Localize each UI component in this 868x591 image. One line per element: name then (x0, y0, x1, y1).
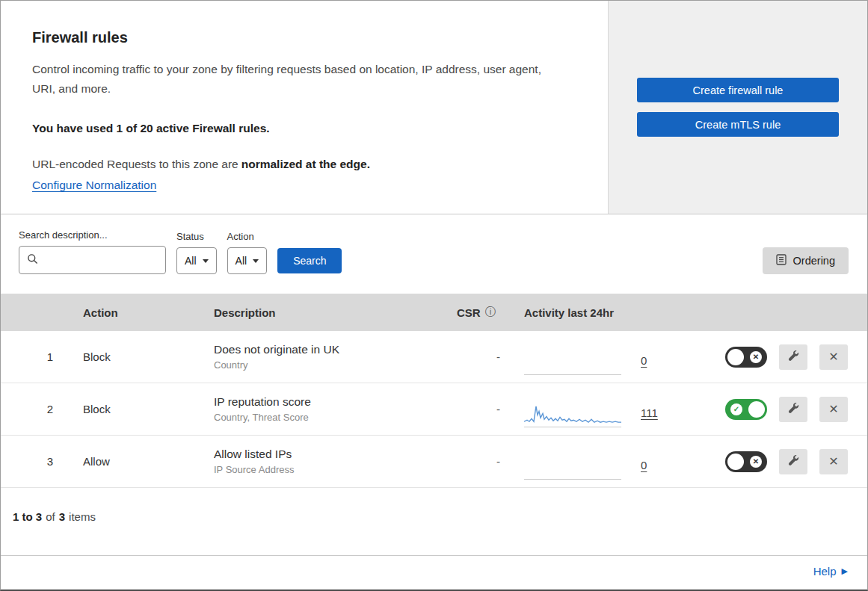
firewall-rules-page: Firewall rules Control incoming traffic … (0, 0, 868, 591)
ordering-icon (776, 254, 787, 267)
activity-cell: 0 (509, 444, 722, 480)
search-description-label: Search description... (19, 229, 166, 241)
activity-count[interactable]: 0 (641, 459, 647, 471)
ordering-button[interactable]: Ordering (763, 247, 849, 274)
rule-action: Block (68, 403, 199, 415)
help-bar: Help ▶ (1, 555, 867, 590)
activity-cell: 111 (509, 392, 722, 427)
status-select-value: All (185, 255, 197, 267)
activity-sparkline (524, 400, 621, 427)
row-number: 1 (1, 350, 68, 363)
status-select[interactable]: All (176, 247, 217, 274)
toggle-knob (748, 401, 765, 418)
ordering-button-label: Ordering (793, 255, 835, 267)
rule-description: Allow listed IPs (214, 448, 442, 461)
rule-controls: ✓ ✕ ✕ (722, 344, 867, 370)
help-label: Help (813, 565, 837, 578)
help-arrow-icon: ▶ (842, 566, 848, 576)
delete-rule-button[interactable]: ✕ (819, 344, 848, 370)
rule-criteria: IP Source Address (214, 464, 442, 475)
rule-controls: ✓ ✕ ✕ (722, 397, 867, 422)
normalization-bold: normalized at the edge. (241, 158, 370, 170)
rule-description: IP reputation score (214, 395, 442, 409)
normalization-note: URL-encoded Requests to this zone arenor… (32, 158, 578, 171)
filter-bar: Search description... Status All Action … (1, 214, 867, 294)
cross-icon: ✕ (750, 456, 762, 468)
help-link[interactable]: Help ▶ (813, 565, 848, 578)
close-icon: ✕ (828, 402, 838, 416)
table-header: Action Description CSR ⓘ Activity last 2… (1, 294, 867, 331)
wrench-icon (787, 350, 799, 365)
search-filter-group: Search description... (19, 229, 166, 274)
column-activity: Activity last 24hr (509, 306, 722, 319)
action-select-value: All (236, 255, 247, 267)
info-icon[interactable]: ⓘ (485, 306, 496, 319)
action-select[interactable]: All (227, 247, 268, 274)
actions-panel: Create firewall rule Create mTLS rule (608, 1, 867, 214)
row-number: 2 (1, 403, 68, 415)
wrench-icon (787, 402, 799, 417)
toggle-knob (727, 454, 744, 470)
chevron-down-icon (203, 259, 209, 263)
create-mtls-rule-button[interactable]: Create mTLS rule (637, 112, 839, 137)
search-button[interactable]: Search (277, 248, 342, 273)
rule-toggle[interactable]: ✓ ✕ (725, 399, 767, 420)
rule-description: Does not originate in UK (214, 343, 442, 356)
column-action: Action (68, 306, 199, 319)
configure-rule-button[interactable] (779, 397, 807, 422)
configure-normalization-link[interactable]: Configure Normalization (32, 179, 156, 191)
rule-description-cell: IP reputation score Country, Threat Scor… (199, 395, 442, 423)
csr-value: - (442, 350, 509, 363)
column-description: Description (199, 306, 442, 319)
action-filter-group: Action All (227, 231, 268, 274)
activity-sparkline (524, 348, 621, 375)
activity-count[interactable]: 111 (641, 406, 658, 419)
page-title: Firewall rules (32, 29, 578, 46)
row-number: 3 (1, 455, 68, 468)
rule-criteria: Country (214, 359, 442, 371)
search-icon (27, 253, 38, 267)
rule-toggle[interactable]: ✓ ✕ (725, 451, 767, 472)
items-range: 1 to 3 (13, 510, 42, 523)
rule-description-cell: Allow listed IPs IP Source Address (199, 448, 442, 475)
rule-toggle[interactable]: ✓ ✕ (725, 347, 767, 368)
column-csr: CSR ⓘ (442, 306, 509, 319)
usage-summary: You have used 1 of 20 active Firewall ru… (32, 122, 578, 135)
intro-section: Firewall rules Control incoming traffic … (1, 1, 867, 214)
rule-action: Allow (68, 455, 199, 468)
csr-value: - (442, 403, 509, 415)
delete-rule-button[interactable]: ✕ (819, 449, 848, 474)
items-label: items (69, 510, 96, 523)
table-row: 1 Block Does not originate in UK Country… (1, 331, 867, 383)
activity-count[interactable]: 0 (641, 354, 647, 367)
search-input-box[interactable] (19, 246, 166, 274)
configure-rule-button[interactable] (779, 449, 807, 474)
activity-cell: 0 (509, 339, 722, 375)
status-filter-group: Status All (176, 231, 217, 274)
table-row: 3 Allow Allow listed IPs IP Source Addre… (1, 436, 867, 488)
items-of: of (46, 510, 55, 523)
action-label: Action (227, 231, 268, 242)
delete-rule-button[interactable]: ✕ (819, 397, 848, 422)
configure-rule-button[interactable] (779, 344, 807, 370)
wrench-icon (787, 454, 799, 469)
activity-sparkline (524, 453, 621, 480)
toggle-knob (727, 349, 744, 365)
items-total: 3 (59, 510, 65, 523)
cross-icon: ✕ (750, 351, 762, 363)
search-input[interactable] (43, 254, 158, 266)
rule-action: Block (68, 350, 199, 363)
chevron-down-icon (253, 259, 259, 263)
items-count: 1 to 3 of 3 items (1, 488, 867, 539)
check-icon: ✓ (730, 403, 742, 415)
status-label: Status (176, 231, 217, 242)
csr-value: - (442, 455, 509, 468)
intro-text-block: Firewall rules Control incoming traffic … (1, 1, 608, 214)
normalization-prefix: URL-encoded Requests to this zone are (32, 158, 238, 170)
rule-criteria: Country, Threat Score (214, 412, 442, 423)
column-csr-label: CSR (457, 306, 481, 319)
create-firewall-rule-button[interactable]: Create firewall rule (637, 78, 839, 102)
rule-description-cell: Does not originate in UK Country (199, 343, 442, 371)
rule-controls: ✓ ✕ ✕ (722, 449, 867, 474)
close-icon: ✕ (828, 350, 838, 364)
